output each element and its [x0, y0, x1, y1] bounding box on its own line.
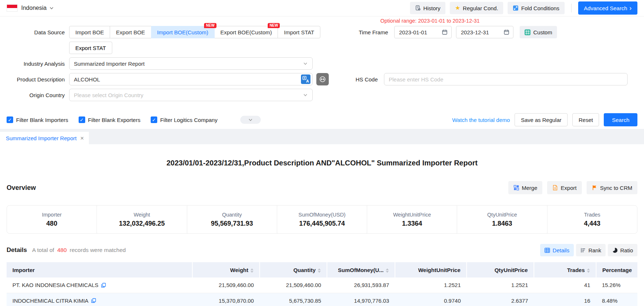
country-name[interactable]: Indonesia — [21, 5, 46, 11]
custom-label: Custom — [533, 29, 552, 35]
chevron-down-icon — [303, 92, 308, 97]
match-mode-icon[interactable] — [316, 73, 329, 85]
stat-label: WeightUnitPrice — [393, 212, 431, 218]
merge-button[interactable]: Merge — [508, 181, 543, 194]
col-percentage[interactable]: Percentage — [596, 262, 637, 278]
view-rank-label: Rank — [588, 247, 601, 253]
rank-icon — [580, 248, 586, 253]
filter-blank-importers-checkbox[interactable]: ✓ Filter Blank Importers — [7, 116, 68, 123]
tab-summarized-importer-report[interactable]: Summarized Importer Report × — [0, 132, 89, 144]
checkbox-label: Filter Blank Importers — [16, 117, 68, 123]
expand-conditions-toggle[interactable] — [240, 116, 261, 124]
table-icon — [545, 248, 550, 253]
col-importer[interactable]: Importer — [7, 262, 192, 278]
view-details-button[interactable]: Details — [540, 244, 574, 256]
hs-code-input[interactable] — [384, 73, 628, 85]
overview-stats-bar: Importer 480 Weight 132,032,496.25 Quant… — [7, 205, 637, 234]
view-switcher: Details Rank Ratio — [540, 244, 637, 256]
col-qty-unit-price[interactable]: QtyUnitPrice — [467, 262, 534, 278]
tab-export-boe-custom[interactable]: Export BOE(Custom) NEW — [214, 26, 278, 38]
export-button[interactable]: Export — [547, 181, 581, 194]
export-file-icon — [552, 185, 558, 191]
col-weight-unit-price[interactable]: WeightUnitPrice — [395, 262, 467, 278]
stat-value: 95,569,731.93 — [211, 220, 253, 227]
cell-trades: 16 — [534, 293, 596, 306]
cell-quantity: 5,675,730.85 — [260, 293, 327, 306]
sort-icon[interactable] — [318, 268, 321, 273]
cell-quantity: 21,509,460.00 — [260, 278, 327, 293]
data-source-label: Data Source — [7, 29, 69, 35]
flag-icon — [592, 185, 598, 191]
col-label: Importer — [12, 267, 35, 273]
sort-icon[interactable] — [386, 268, 389, 273]
regular-cond-button[interactable]: ★ Regular Cond. — [450, 2, 503, 14]
product-description-input[interactable] — [69, 76, 301, 83]
svg-text:A: A — [306, 79, 309, 83]
data-source-group: Import BOE Export BOE Import BOE(Custom)… — [69, 26, 320, 38]
search-button[interactable]: Search — [604, 113, 637, 126]
date-from-picker[interactable]: 2023-01-01 — [394, 26, 452, 38]
checkbox-label: Filter Blank Exporters — [88, 117, 140, 123]
tab-import-boe[interactable]: Import BOE — [69, 26, 110, 38]
col-sum-of-money[interactable]: SumOfMoney(U... — [327, 262, 395, 278]
stat-value: 132,032,496.25 — [119, 220, 165, 227]
col-weight[interactable]: Weight — [192, 262, 260, 278]
stat-trades: Trades 4,443 — [547, 206, 637, 233]
history-button[interactable]: History — [410, 2, 446, 14]
stat-value: 4,443 — [584, 220, 600, 227]
filter-logitics-company-checkbox[interactable]: ✓ Filter Logitics Company — [151, 116, 218, 123]
date-to-picker[interactable]: 2023-12-31 — [456, 26, 513, 38]
view-details-label: Details — [553, 247, 569, 253]
fold-conditions-button[interactable]: Fold Conditions — [508, 2, 564, 14]
optional-range-hint: Optional range: 2023-01-01 to 2023-12-31 — [380, 18, 480, 24]
copy-icon[interactable] — [91, 298, 96, 303]
sort-icon[interactable] — [251, 268, 253, 273]
date-to-value: 2023-12-31 — [461, 29, 504, 35]
checkbox-label: Filter Logitics Company — [160, 117, 218, 123]
table-row: PT. KAO INDONESIA CHEMICALS 21,509,460.0… — [7, 278, 637, 293]
tab-export-stat[interactable]: Export STAT — [69, 42, 112, 54]
export-stat-row: Export STAT — [7, 42, 637, 54]
chevron-down-icon[interactable] — [49, 5, 54, 11]
view-ratio-button[interactable]: Ratio — [608, 244, 637, 256]
table-header-row: Importer Weight Quantity SumOfMoney(U...… — [7, 262, 637, 278]
col-trades[interactable]: Trades — [534, 262, 596, 278]
importer-name[interactable]: INDOCHEMICAL CITRA KIMIA — [12, 298, 88, 304]
close-icon[interactable]: × — [80, 135, 84, 141]
arrow-right-icon: › — [629, 5, 632, 11]
tutorial-demo-link[interactable]: Watch the tutorial demo — [452, 117, 510, 123]
importer-name[interactable]: PT. KAO INDONESIA CHEMICALS — [12, 282, 98, 288]
custom-range-button[interactable]: Custom — [520, 26, 557, 38]
date-from-value: 2023-01-01 — [399, 29, 442, 35]
tab-import-boe-custom[interactable]: Import BOE(Custom) NEW — [151, 26, 215, 38]
view-rank-button[interactable]: Rank — [576, 244, 606, 256]
total-count: 480 — [56, 247, 68, 253]
tab-export-boe[interactable]: Export BOE — [110, 26, 151, 38]
reset-button[interactable]: Reset — [572, 113, 599, 126]
origin-country-placeholder: Please select Origin Country — [74, 92, 303, 98]
industry-analysis-select[interactable]: Summarized Importer Report — [69, 57, 313, 70]
stat-weight: Weight 132,032,496.25 — [97, 206, 187, 233]
indonesia-flag-icon — [7, 4, 18, 12]
save-as-regular-button[interactable]: Save as Regular — [515, 113, 568, 126]
translate-icon[interactable]: A — [301, 74, 310, 84]
search-form: Optional range: 2023-01-01 to 2023-12-31… — [0, 16, 644, 126]
sort-icon[interactable] — [587, 268, 590, 273]
origin-country-select[interactable]: Please select Origin Country — [69, 89, 313, 101]
custom-icon — [524, 29, 531, 35]
filter-blank-exporters-checkbox[interactable]: ✓ Filter Blank Exporters — [79, 116, 140, 123]
col-label: WeightUnitPrice — [418, 267, 460, 273]
sync-to-crm-button[interactable]: Sync to CRM — [587, 181, 637, 194]
overview-title: Overview — [7, 184, 36, 192]
product-description-field: A — [69, 73, 313, 85]
advanced-search-button[interactable]: Advanced Search › — [578, 1, 637, 15]
tab-import-stat[interactable]: Import STAT — [278, 26, 320, 38]
stat-weight-unit-price: WeightUnitPrice 1.3364 — [367, 206, 457, 233]
stat-label: Trades — [584, 212, 600, 218]
history-label: History — [423, 5, 441, 11]
col-quantity[interactable]: Quantity — [260, 262, 327, 278]
copy-icon[interactable] — [101, 283, 106, 288]
col-label: Quantity — [293, 267, 316, 273]
origin-country-row: Origin Country Please select Origin Coun… — [7, 89, 637, 101]
tab-label: Import BOE(Custom) — [157, 29, 208, 35]
